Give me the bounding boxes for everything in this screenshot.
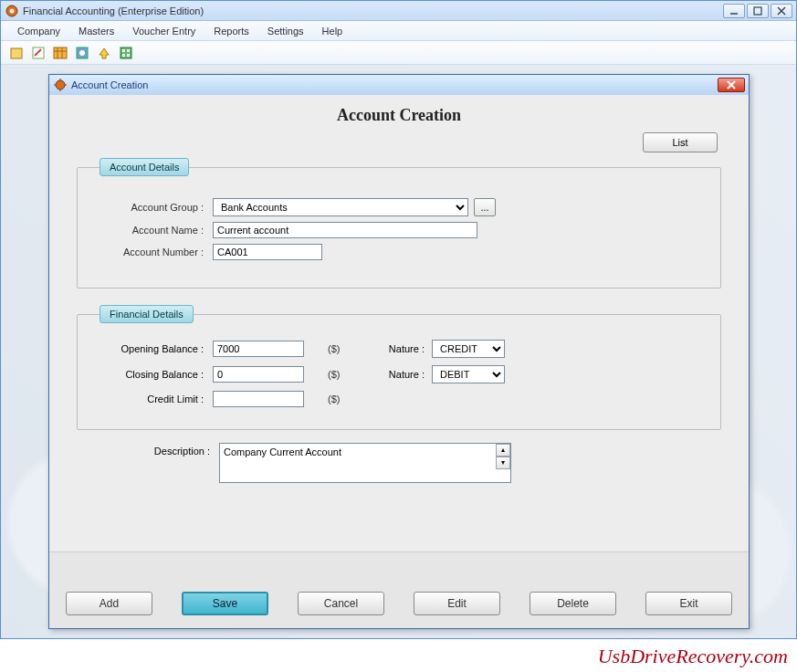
account-details-legend: Account Details bbox=[100, 158, 189, 176]
account-number-input[interactable] bbox=[213, 244, 322, 260]
save-button[interactable]: Save bbox=[182, 592, 268, 615]
main-window: Financial Accounting (Enterprise Edition… bbox=[0, 0, 797, 639]
toolbar-btn-6[interactable] bbox=[116, 44, 136, 62]
account-group-label: Account Group : bbox=[94, 202, 213, 213]
svg-point-13 bbox=[79, 50, 85, 56]
close-button[interactable] bbox=[771, 4, 792, 18]
account-name-label: Account Name : bbox=[94, 225, 213, 236]
closing-balance-input[interactable] bbox=[213, 366, 304, 383]
opening-balance-unit: ($) bbox=[322, 343, 350, 354]
credit-limit-unit: ($) bbox=[322, 394, 350, 404]
app-title: Financial Accounting (Enterprise Edition… bbox=[23, 5, 723, 16]
dialog-icon bbox=[53, 78, 68, 92]
dialog-close-button[interactable] bbox=[718, 78, 745, 92]
menubar: Company Masters Voucher Entry Reports Se… bbox=[1, 21, 796, 41]
credit-limit-input[interactable] bbox=[213, 391, 304, 407]
toolbar-btn-2[interactable] bbox=[28, 44, 48, 62]
menu-help[interactable]: Help bbox=[313, 23, 352, 39]
exit-button[interactable]: Exit bbox=[645, 592, 732, 615]
maximize-button[interactable] bbox=[747, 4, 769, 18]
cancel-button[interactable]: Cancel bbox=[298, 592, 384, 615]
titlebar: Financial Accounting (Enterprise Edition… bbox=[1, 1, 796, 21]
closing-balance-label: Closing Balance : bbox=[94, 369, 213, 380]
list-button[interactable]: List bbox=[643, 132, 718, 152]
dialog-footer: Add Save Cancel Edit Delete Exit bbox=[49, 551, 749, 628]
delete-button[interactable]: Delete bbox=[530, 592, 616, 615]
description-label: Description : bbox=[82, 443, 219, 457]
description-spin-up[interactable]: ▴ bbox=[496, 444, 510, 457]
menu-voucher-entry[interactable]: Voucher Entry bbox=[123, 23, 204, 39]
closing-nature-select[interactable]: DEBIT bbox=[432, 365, 505, 383]
account-creation-dialog: Account Creation Account Creation List A… bbox=[48, 74, 750, 629]
client-area: Account Creation Account Creation List A… bbox=[1, 65, 796, 638]
watermark: UsbDriveRecovery.com bbox=[598, 645, 788, 668]
credit-limit-label: Credit Limit : bbox=[94, 394, 213, 404]
account-group-browse-button[interactable]: ... bbox=[474, 198, 496, 216]
menu-settings[interactable]: Settings bbox=[258, 23, 313, 39]
menu-reports[interactable]: Reports bbox=[204, 23, 258, 39]
opening-balance-input[interactable] bbox=[213, 341, 304, 357]
menu-masters[interactable]: Masters bbox=[69, 23, 123, 39]
svg-rect-15 bbox=[122, 49, 125, 52]
account-details-group: Account Details Account Group : Bank Acc… bbox=[77, 158, 721, 289]
svg-rect-16 bbox=[127, 49, 130, 52]
closing-balance-unit: ($) bbox=[322, 369, 350, 380]
toolbar-btn-4[interactable] bbox=[72, 44, 92, 62]
account-name-input[interactable] bbox=[213, 222, 477, 238]
svg-rect-8 bbox=[54, 47, 67, 58]
svg-rect-18 bbox=[127, 54, 130, 57]
svg-point-19 bbox=[56, 80, 65, 89]
svg-rect-3 bbox=[754, 7, 761, 15]
dialog-heading: Account Creation bbox=[49, 106, 749, 125]
opening-balance-label: Opening Balance : bbox=[94, 343, 213, 354]
account-group-select[interactable]: Bank Accounts bbox=[213, 198, 468, 216]
financial-details-legend: Financial Details bbox=[100, 305, 194, 323]
closing-nature-label: Nature : bbox=[350, 369, 432, 380]
account-number-label: Account Number : bbox=[94, 247, 213, 257]
app-icon bbox=[5, 4, 19, 18]
description-spin-down[interactable]: ▾ bbox=[496, 457, 510, 469]
toolbar bbox=[1, 41, 796, 65]
minimize-button[interactable] bbox=[723, 4, 745, 18]
svg-point-1 bbox=[10, 8, 15, 13]
edit-button[interactable]: Edit bbox=[414, 592, 500, 615]
opening-nature-select[interactable]: CREDIT bbox=[432, 340, 505, 358]
svg-rect-14 bbox=[121, 47, 131, 58]
toolbar-btn-5[interactable] bbox=[94, 44, 114, 62]
financial-details-group: Financial Details Opening Balance : ($) … bbox=[77, 305, 721, 430]
add-button[interactable]: Add bbox=[66, 592, 152, 615]
svg-rect-17 bbox=[122, 54, 125, 57]
opening-nature-label: Nature : bbox=[350, 343, 432, 354]
toolbar-btn-1[interactable] bbox=[6, 44, 26, 62]
dialog-title: Account Creation bbox=[71, 79, 718, 90]
description-textarea[interactable] bbox=[219, 443, 511, 483]
svg-rect-6 bbox=[11, 48, 22, 58]
dialog-titlebar: Account Creation bbox=[49, 75, 749, 95]
menu-company[interactable]: Company bbox=[8, 23, 69, 39]
toolbar-btn-3[interactable] bbox=[50, 44, 70, 62]
